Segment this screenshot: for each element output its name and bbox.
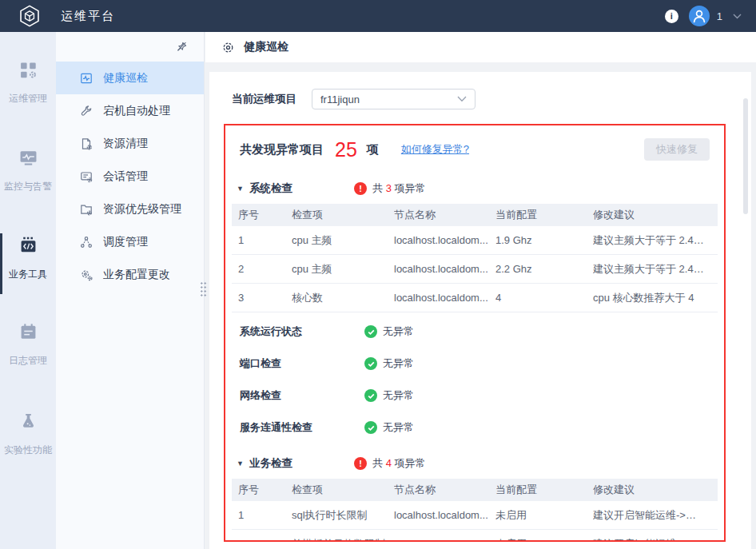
- rail-item-business-tools[interactable]: 业务工具: [0, 237, 56, 281]
- app-logo-icon: [18, 4, 42, 28]
- log-calendar-icon: [19, 323, 38, 344]
- business-check-table: 序号检查项节点名称当前配置修改建议 1sql执行时长限制localhost.lo…: [232, 479, 718, 542]
- session-manage-icon: [80, 170, 93, 183]
- table-row: 2cpu 主频localhost.localdom...2.2 Ghz建议主频大…: [232, 255, 718, 284]
- document-clean-icon: [80, 137, 93, 150]
- rail-item-label: 实验性功能: [4, 444, 52, 457]
- folder-priority-icon: [80, 203, 93, 216]
- sidebar-resize-handle[interactable]: [200, 281, 208, 298]
- table-row: 1cpu 主频localhost.localdom...1.9 Ghz建议主频大…: [232, 226, 718, 255]
- table-row: 1sql执行时长限制localhost.localdom...未启用建议开启智能…: [232, 501, 718, 530]
- sidebar-item-label: 资源清理: [103, 137, 148, 151]
- secondary-sidebar: 健康巡检 宕机自动处理 资源清理: [56, 32, 205, 549]
- user-avatar-icon[interactable]: [689, 6, 710, 26]
- summary-label: 共发现异常项目: [240, 142, 324, 157]
- page-header: 健康巡检: [205, 32, 756, 62]
- rail-item-experimental-features[interactable]: 实验性功能: [0, 412, 56, 457]
- section-title: 业务检查: [249, 456, 354, 471]
- sidebar-item-label: 业务配置更改: [103, 268, 170, 282]
- code-tools-icon: [19, 237, 38, 257]
- user-count: 1: [717, 10, 722, 22]
- abnormal-summary: 共 4 项异常: [372, 456, 425, 471]
- table-header-row: 序号检查项节点名称当前配置修改建议: [232, 204, 718, 226]
- rail-item-log-management[interactable]: 日志管理: [0, 323, 56, 368]
- alert-circle-icon: !: [354, 457, 367, 470]
- sidebar-item-label: 调度管理: [103, 235, 148, 249]
- sidebar-item-label: 资源优先级管理: [103, 202, 181, 217]
- how-to-fix-link[interactable]: 如何修复异常?: [401, 142, 469, 157]
- schedule-nodes-icon: [80, 236, 93, 249]
- wrench-icon: [80, 105, 93, 117]
- health-pulse-icon: [80, 72, 93, 85]
- status-row: 端口检查 无异常: [232, 348, 718, 380]
- sidebar-item-label: 会话管理: [103, 169, 148, 184]
- project-label: 当前运维项目: [232, 92, 312, 106]
- status-row: 系统运行状态 无异常: [232, 316, 718, 348]
- rail-item-label: 业务工具: [9, 268, 47, 281]
- sidebar-item-resource-cleanup[interactable]: 资源清理: [56, 127, 204, 160]
- top-navbar: 运维平台 i 1: [0, 0, 756, 32]
- sidebar-item-label: 健康巡检: [103, 71, 148, 86]
- monitor-alert-icon: [19, 149, 38, 169]
- primary-nav-rail: 运维管理 监控与告警 业务工具: [0, 32, 56, 549]
- section-title: 系统检查: [249, 181, 354, 196]
- sidebar-item-session-management[interactable]: 会话管理: [56, 160, 204, 193]
- abnormal-count: 25: [335, 138, 357, 161]
- abnormal-summary: 共 3 项异常: [372, 181, 425, 196]
- scrollbar-thumb[interactable]: [743, 98, 748, 214]
- check-circle-icon: [364, 389, 377, 402]
- config-gears-icon: [80, 269, 93, 281]
- section-header-business-check[interactable]: ▼ 业务检查 ! 共 4 项异常: [232, 453, 718, 474]
- info-icon[interactable]: i: [665, 10, 678, 23]
- modules-gear-icon: [19, 61, 38, 82]
- alert-circle-icon: !: [354, 182, 367, 195]
- main-area: 健康巡检 当前运维项目 fr11jiqun 共发现异常项目 25 项 如何修复异…: [205, 32, 756, 549]
- content-card: 当前运维项目 fr11jiqun 共发现异常项目 25 项 如何修复异常? 快速…: [209, 72, 751, 549]
- rail-item-label: 运维管理: [9, 92, 47, 105]
- sidebar-item-label: 宕机自动处理: [103, 104, 170, 118]
- check-circle-icon: [364, 421, 377, 434]
- table-header-row: 序号检查项节点名称当前配置修改建议: [232, 479, 718, 501]
- status-row: 服务连通性检查 无异常: [232, 412, 718, 444]
- flask-icon: [19, 412, 38, 433]
- app-title: 运维平台: [61, 9, 115, 24]
- pin-icon[interactable]: [176, 41, 188, 53]
- rail-item-monitoring-alerts[interactable]: 监控与告警: [0, 149, 56, 193]
- rail-item-ops-management[interactable]: 运维管理: [0, 61, 56, 105]
- sidebar-item-scheduling-management[interactable]: 调度管理: [56, 225, 204, 258]
- abnormal-items-panel: 共发现异常项目 25 项 如何修复异常? 快速修复 ▼ 系统检查 ! 共 3 项…: [224, 124, 726, 542]
- caret-down-icon: ▼: [237, 459, 249, 467]
- caret-down-icon: ▼: [237, 185, 249, 193]
- chevron-down-icon[interactable]: [733, 14, 742, 19]
- table-row: 2单模板单元格数限制localhost.localdom...未启用建议开启智能…: [232, 530, 718, 542]
- project-select[interactable]: fr11jiqun: [312, 89, 475, 109]
- summary-unit: 项: [367, 142, 379, 157]
- quick-fix-button[interactable]: 快速修复: [644, 138, 710, 161]
- page-title: 健康巡检: [244, 40, 288, 54]
- sidebar-item-health-inspection[interactable]: 健康巡检: [56, 62, 204, 94]
- system-check-table: 序号检查项节点名称当前配置修改建议 1cpu 主频localhost.local…: [232, 204, 718, 312]
- sidebar-item-downtime-auto-handling[interactable]: 宕机自动处理: [56, 94, 204, 127]
- rail-item-label: 监控与告警: [4, 180, 52, 193]
- project-select-value: fr11jiqun: [320, 93, 360, 105]
- check-circle-icon: [364, 325, 377, 338]
- table-row: 3核心数localhost.localdom...4cpu 核心数推荐大于 4: [232, 284, 718, 312]
- sidebar-item-resource-priority[interactable]: 资源优先级管理: [56, 193, 204, 225]
- check-circle-icon: [364, 357, 377, 370]
- sidebar-item-business-config-change[interactable]: 业务配置更改: [56, 258, 204, 291]
- status-row: 网络检查 无异常: [232, 380, 718, 412]
- gear-icon: [221, 41, 235, 54]
- rail-item-label: 日志管理: [9, 354, 47, 368]
- section-header-system-check[interactable]: ▼ 系统检查 ! 共 3 项异常: [232, 178, 718, 199]
- chevron-down-icon: [457, 96, 467, 102]
